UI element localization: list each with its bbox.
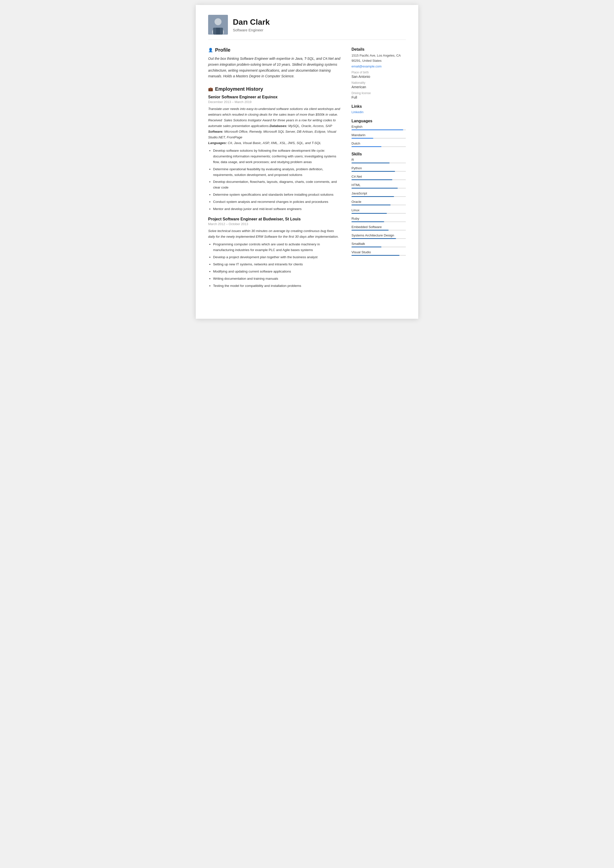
language-item: Dutch <box>351 141 406 147</box>
place-of-birth-value: San Antonio <box>351 74 406 79</box>
svg-rect-4 <box>216 28 220 35</box>
skill-name: Smalltalk <box>351 242 406 246</box>
skill-bar-background <box>351 230 406 231</box>
job-bullet: Mentor and develop junior and mid-level … <box>213 206 342 212</box>
skill-bar-fill <box>351 163 390 163</box>
skill-item: Oracle <box>351 200 406 205</box>
languages-list: English Mandarin Dutch <box>351 125 406 147</box>
job-bullet: Conduct system analysis and recommend ch… <box>213 199 342 205</box>
employment-section-title: 💼 Employment History <box>208 86 342 92</box>
skill-item: R <box>351 158 406 163</box>
language-bar-fill <box>351 146 381 147</box>
details-section: Details 1515 Pacific Ave, Los Angeles, C… <box>351 47 406 99</box>
skill-bar-fill <box>351 188 398 189</box>
skill-name: Visual Studio <box>351 250 406 254</box>
job-bullets-list: Develop software solutions by following … <box>208 148 342 212</box>
body-layout: 👤 Profile Out the box thinking Software … <box>208 47 406 296</box>
nationality-label: Nationality <box>351 81 406 85</box>
language-bar-fill <box>351 129 403 130</box>
language-name: Dutch <box>351 141 406 145</box>
skill-bar-background <box>351 196 406 197</box>
job-item: Project Software Engineer at Budweiser, … <box>208 217 342 288</box>
language-name: Mandarin <box>351 133 406 137</box>
profile-text: Out the box thinking Software Engineer w… <box>208 56 342 79</box>
skill-bar-background <box>351 222 406 222</box>
skills-list: R Python C#.Net HTML JavaScript <box>351 158 406 256</box>
skill-name: C#.Net <box>351 175 406 178</box>
job-title: Project Software Engineer at Budweiser, … <box>208 217 342 222</box>
skill-name: JavaScript <box>351 192 406 195</box>
skill-name: HTML <box>351 183 406 187</box>
job-description: Translate user needs into easy-to-unders… <box>208 106 342 146</box>
skill-bar-fill <box>351 230 389 231</box>
skill-bar-background <box>351 213 406 214</box>
skill-bar-fill <box>351 222 384 222</box>
details-title: Details <box>351 47 406 52</box>
skill-bar-fill <box>351 196 394 197</box>
job-dates: December 2013 – March 2019 <box>208 100 342 104</box>
skill-bar-background <box>351 255 406 256</box>
job-bullet: Setting up new IT systems, networks and … <box>213 262 342 267</box>
job-description: Solve technical issues within 30 minutes… <box>208 228 342 240</box>
skill-bar-background <box>351 238 406 239</box>
skill-bar-fill <box>351 179 392 180</box>
left-column: 👤 Profile Out the box thinking Software … <box>208 47 342 296</box>
skill-bar-background <box>351 163 406 163</box>
job-bullets-list: Programming computer controls which are … <box>208 242 342 289</box>
profile-icon: 👤 <box>208 48 213 53</box>
job-bullet: Determine system specifications and stan… <box>213 192 342 198</box>
candidate-subtitle: Software Engineer <box>233 28 270 32</box>
skill-item: Systems Architecture Design <box>351 234 406 239</box>
language-item: Mandarin <box>351 133 406 139</box>
skill-bar-background <box>351 171 406 172</box>
skill-item: Smalltalk <box>351 242 406 247</box>
details-email: email@example.com <box>351 65 406 68</box>
right-column: Details 1515 Pacific Ave, Los Angeles, C… <box>351 47 406 296</box>
link-item[interactable]: Linkedin <box>351 110 406 114</box>
employment-section: 💼 Employment History Senior Software Eng… <box>208 86 342 288</box>
language-name: English <box>351 125 406 129</box>
skill-name: Python <box>351 166 406 170</box>
skill-name: R <box>351 158 406 161</box>
skill-item: Linux <box>351 208 406 214</box>
skill-bar-fill <box>351 213 387 214</box>
driving-license-label: Driving license <box>351 91 406 95</box>
job-item: Senior Software Engineer at Equinox Dece… <box>208 95 342 212</box>
skill-item: Embedded Software <box>351 225 406 231</box>
job-bullet: Develop a project development plan toget… <box>213 254 342 260</box>
driving-license-value: Full <box>351 95 406 99</box>
language-bar-background <box>351 146 406 147</box>
skill-bar-background <box>351 188 406 189</box>
skill-item: Visual Studio <box>351 250 406 256</box>
avatar <box>208 15 228 35</box>
skill-bar-background <box>351 246 406 247</box>
nationality-value: American <box>351 85 406 89</box>
skill-item: C#.Net <box>351 175 406 180</box>
details-address: 1515 Pacific Ave, Los Angeles, CA 90291,… <box>351 53 406 64</box>
skill-bar-fill <box>351 205 390 205</box>
avatar-image <box>208 15 228 35</box>
skill-item: JavaScript <box>351 192 406 197</box>
skill-bar-fill <box>351 246 381 247</box>
employment-icon: 💼 <box>208 87 213 91</box>
skill-name: Oracle <box>351 200 406 204</box>
skill-name: Systems Architecture Design <box>351 234 406 237</box>
job-dates: March 2012 – October 2013 <box>208 222 342 226</box>
skill-bar-background <box>351 179 406 180</box>
job-bullet: Modifying and updating current software … <box>213 269 342 274</box>
links-section: Links Linkedin <box>351 104 406 114</box>
skill-item: HTML <box>351 183 406 189</box>
skill-item: Ruby <box>351 217 406 222</box>
job-bullet: Testing the model for compatibility and … <box>213 283 342 289</box>
header: Dan Clark Software Engineer <box>208 15 406 40</box>
svg-point-1 <box>215 18 221 25</box>
skill-name: Ruby <box>351 217 406 220</box>
job-bullet: Determine operational feasibility by eva… <box>213 167 342 178</box>
language-bar-fill <box>351 138 373 139</box>
skill-bar-background <box>351 205 406 205</box>
skills-section: Skills R Python C#.Net HTML JavaScript <box>351 152 406 256</box>
candidate-name: Dan Clark <box>233 17 270 27</box>
skill-name: Linux <box>351 208 406 212</box>
skill-bar-fill <box>351 171 395 172</box>
language-bar-background <box>351 138 406 139</box>
